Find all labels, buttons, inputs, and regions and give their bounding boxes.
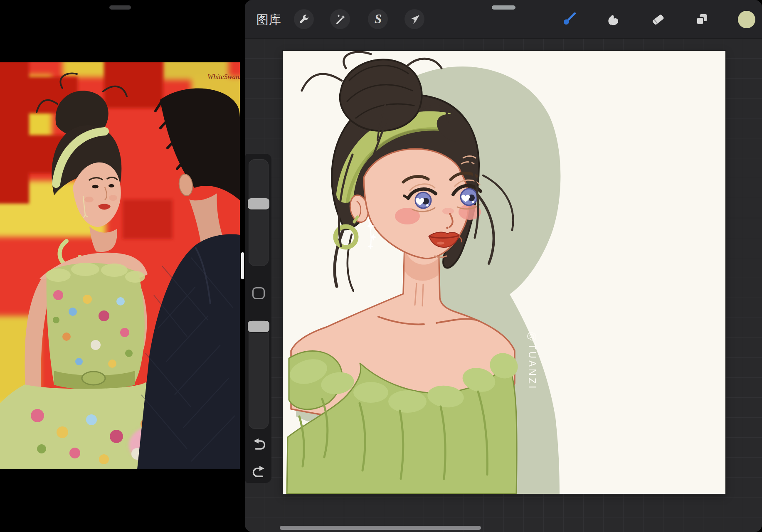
modify-button[interactable] [252,287,265,299]
layers-icon [695,12,709,27]
canvas-artwork: @TUANZI [283,51,725,494]
paint-tool-button[interactable] [560,10,578,29]
actions-button[interactable] [294,9,314,29]
color-swatch-button[interactable] [738,11,755,28]
magic-wand-icon [335,14,346,25]
undo-button[interactable] [252,438,266,453]
reference-photo: WhiteSwan20 [0,62,240,469]
gallery-button[interactable]: 图库 [256,12,281,28]
split-view-divider-handle[interactable] [241,252,244,279]
redo-button[interactable] [252,465,266,480]
erase-tool-button[interactable] [649,10,667,29]
redo-arrow-icon [252,465,266,480]
procreate-window: @TUANZI 图库 [245,0,762,532]
artist-signature: @TUANZI [527,332,538,390]
photo-watermark: WhiteSwan20 [207,73,240,81]
sidebar [245,154,271,483]
layers-button[interactable] [693,10,711,29]
wrench-icon [298,14,310,25]
drag-handle[interactable] [109,5,131,10]
ipad-screen: WhiteSwan20 [0,0,762,532]
smudge-finger-icon [607,13,620,27]
brush-icon [562,12,576,27]
transform-button[interactable] [404,9,424,29]
brush-size-thumb[interactable] [248,198,269,209]
reference-photo-image: WhiteSwan20 [0,62,240,469]
photo-dress-bodice [46,263,145,385]
drag-handle[interactable] [492,5,515,10]
opacity-thumb[interactable] [248,321,269,332]
opacity-slider[interactable] [249,320,269,429]
smudge-tool-button[interactable] [604,10,622,29]
canvas-scrollbar[interactable] [280,526,481,530]
selection-s-icon: S [372,12,384,26]
adjustments-button[interactable] [330,9,350,29]
procreate-toolbar: 图库 S [245,0,762,39]
transform-arrow-icon [409,14,420,25]
svg-text:S: S [375,12,382,26]
brush-size-slider[interactable] [249,159,269,266]
undo-arrow-icon [252,438,266,453]
drawing-canvas[interactable]: @TUANZI [283,51,725,494]
eraser-icon [651,12,665,27]
reference-photo-app: WhiteSwan20 [0,0,242,532]
selection-button[interactable]: S [368,9,388,29]
